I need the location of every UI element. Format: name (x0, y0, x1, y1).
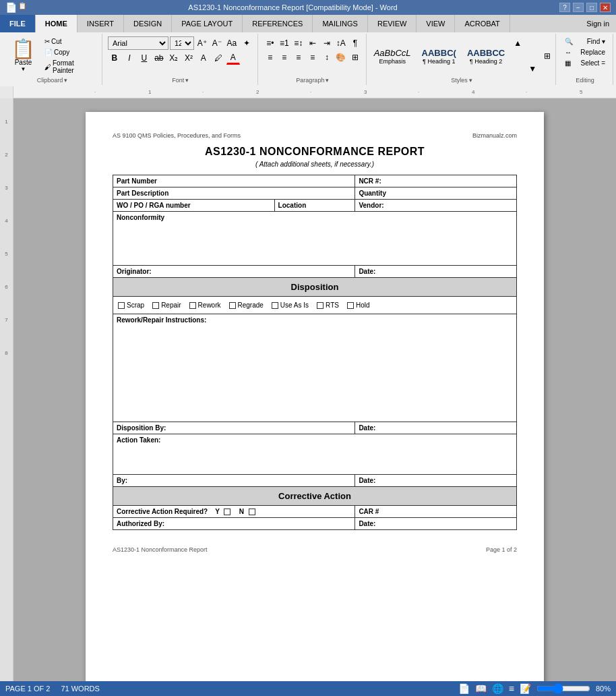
replace-button[interactable]: ↔ Replace (561, 47, 609, 57)
tab-references[interactable]: REFERENCES (243, 15, 313, 32)
view-outline-icon[interactable]: ≡ (509, 683, 514, 694)
view-read-icon[interactable]: 📖 (475, 683, 487, 694)
numbering-button[interactable]: ≡1 (278, 36, 291, 50)
cut-button[interactable]: ✂ Cut (41, 36, 98, 47)
subscript-button[interactable]: X₂ (167, 51, 181, 65)
superscript-button[interactable]: X² (182, 51, 195, 65)
increase-font-button[interactable]: A⁺ (195, 36, 209, 50)
copy-button[interactable]: 📄 Copy (41, 47, 98, 57)
help-button[interactable]: ? (559, 3, 570, 12)
use-as-is-checkbox[interactable] (272, 302, 278, 309)
scrap-checkbox[interactable] (118, 302, 125, 309)
rts-checkbox[interactable] (317, 302, 324, 309)
sign-in-button[interactable]: Sign in (580, 15, 616, 32)
repair-checkbox[interactable] (152, 302, 159, 309)
sort-button[interactable]: ↕A (334, 36, 348, 50)
rework-label: Rework (198, 301, 221, 309)
view-web-icon[interactable]: 🌐 (492, 683, 503, 694)
checkbox-repair[interactable]: Repair (152, 301, 181, 309)
view-draft-icon[interactable]: 📝 (520, 683, 531, 694)
para-row2: ≡ ≡ ≡ ≡ ↕ 🎨 ⊞ (264, 51, 362, 64)
paragraph-dialog-icon[interactable]: ▾ (326, 77, 329, 84)
text-highlight-button[interactable]: 🖊 (212, 51, 225, 65)
style-heading1[interactable]: AABBC( ¶ Heading 1 (417, 46, 461, 67)
decrease-indent-button[interactable]: ⇤ (306, 36, 319, 50)
tab-home[interactable]: HOME (36, 15, 78, 32)
multilevel-button[interactable]: ≡↕ (292, 36, 305, 50)
tab-view[interactable]: VIEW (417, 15, 455, 32)
table-row-rework-repair: Rework/Repair Instructions: (113, 314, 517, 422)
decrease-font-button[interactable]: A⁻ (210, 36, 224, 50)
corrective-required-label: Corrective Action Required? (117, 508, 208, 515)
underline-button[interactable]: U (137, 51, 151, 65)
styles-scroll-down[interactable]: ▼ (526, 62, 539, 76)
increase-indent-button[interactable]: ⇥ (320, 36, 334, 50)
rework-checkbox[interactable] (189, 302, 196, 309)
tab-acrobat[interactable]: ACROBAT (455, 15, 510, 32)
font-name-select[interactable]: Arial (108, 36, 168, 50)
change-case-button[interactable]: Aa (225, 36, 239, 50)
format-painter-button[interactable]: 🖌 Format Painter (41, 58, 98, 76)
replace-label: Replace (580, 49, 605, 56)
scrap-label: Scrap (127, 301, 144, 309)
checkbox-rework[interactable]: Rework (189, 301, 221, 309)
paste-arrow: ▼ (21, 66, 26, 72)
paste-button[interactable]: 📋 Paste ▼ (7, 36, 40, 76)
minimize-button[interactable]: − (573, 3, 584, 12)
checkbox-scrap[interactable]: Scrap (118, 301, 144, 309)
close-button[interactable]: ✕ (600, 3, 611, 12)
bullets-button[interactable]: ≡• (264, 36, 277, 50)
no-label: N (239, 508, 244, 515)
tab-mailings[interactable]: MAILINGS (313, 15, 368, 32)
zoom-slider[interactable] (536, 684, 590, 693)
strikethrough-button[interactable]: ab (152, 51, 166, 65)
find-label: Find ▾ (587, 38, 605, 45)
font-color-button[interactable]: A (226, 51, 240, 65)
hold-checkbox[interactable] (347, 302, 354, 309)
tab-file[interactable]: FILE (0, 15, 36, 32)
clear-formatting-button[interactable]: ✦ (240, 36, 253, 50)
text-effects-button[interactable]: A (197, 51, 210, 65)
line-spacing-button[interactable]: ↕ (320, 51, 334, 64)
align-left-button[interactable]: ≡ (264, 51, 277, 64)
justify-button[interactable]: ≡ (306, 51, 319, 64)
window-controls[interactable]: ? − □ ✕ (559, 3, 611, 12)
select-button[interactable]: ▦ Select = (561, 58, 609, 68)
font-dialog-icon[interactable]: ▾ (185, 77, 189, 84)
cut-icon: ✂ (44, 38, 50, 45)
clipboard-group: 📋 Paste ▼ ✂ Cut 📄 Copy 🖌 Format Painter … (3, 34, 102, 85)
checkbox-use-as-is[interactable]: Use As Is (272, 301, 309, 309)
clipboard-dialog-icon[interactable]: ▾ (64, 77, 67, 84)
clipboard-top: 📋 Paste ▼ ✂ Cut 📄 Copy 🖌 Format Painter (7, 35, 98, 76)
tab-page-layout[interactable]: PAGE LAYOUT (172, 15, 243, 32)
checkbox-rts[interactable]: RTS (317, 301, 339, 309)
no-checkbox[interactable] (249, 509, 255, 515)
align-right-button[interactable]: ≡ (292, 51, 305, 64)
style-emphasis[interactable]: AaBbCcL Emphasis (369, 46, 416, 67)
checkbox-regrade[interactable]: Regrade (229, 301, 264, 309)
yes-checkbox[interactable] (224, 509, 230, 515)
restore-button[interactable]: □ (586, 3, 597, 12)
checkbox-hold[interactable]: Hold (347, 301, 370, 309)
doc-header-left: AS 9100 QMS Policies, Procedures, and Fo… (113, 132, 241, 139)
style-heading2[interactable]: AABBCC ¶ Heading 2 (462, 46, 510, 67)
paragraph-top: ≡• ≡1 ≡↕ ⇤ ⇥ ↕A ¶ ≡ ≡ ≡ ≡ ↕ 🎨 ⊞ (264, 35, 362, 76)
styles-scroll-up[interactable]: ▲ (511, 36, 524, 50)
tab-review[interactable]: REVIEW (368, 15, 417, 32)
find-button[interactable]: 🔍 Find ▾ (561, 36, 609, 47)
styles-expand[interactable]: ⊞ (541, 49, 554, 63)
view-normal-icon[interactable]: 📄 (458, 683, 470, 694)
styles-dialog-icon[interactable]: ▾ (469, 77, 472, 84)
shading-button[interactable]: 🎨 (334, 51, 348, 64)
document-page[interactable]: AS 9100 QMS Policies, Procedures, and Fo… (86, 112, 544, 696)
align-center-button[interactable]: ≡ (278, 51, 291, 64)
show-hide-button[interactable]: ¶ (348, 36, 362, 50)
tab-insert[interactable]: INSERT (78, 15, 124, 32)
bold-button[interactable]: B (108, 51, 121, 65)
font-size-select[interactable]: 12 (170, 36, 194, 50)
italic-button[interactable]: I (123, 51, 136, 65)
paragraph-group: ≡• ≡1 ≡↕ ⇤ ⇥ ↕A ¶ ≡ ≡ ≡ ≡ ↕ 🎨 ⊞ (259, 34, 367, 85)
tab-design[interactable]: DESIGN (124, 15, 172, 32)
regrade-checkbox[interactable] (229, 302, 236, 309)
borders-button[interactable]: ⊞ (348, 51, 362, 64)
